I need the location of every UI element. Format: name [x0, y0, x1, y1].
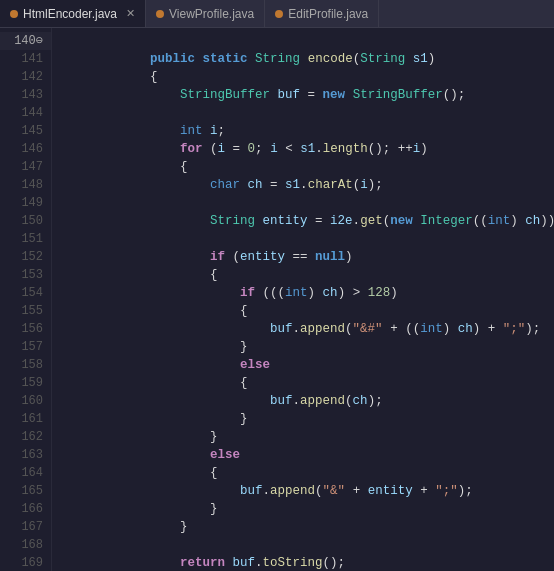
- line-num-153: 153: [0, 266, 51, 284]
- line-numbers: 140⊖ 141 142 143 144 145 146 147 148 149…: [0, 28, 52, 571]
- line-num-159: 159: [0, 374, 51, 392]
- code-area[interactable]: public static String encode(String s1) {…: [52, 28, 554, 571]
- line-num-156: 156: [0, 320, 51, 338]
- line-num-162: 162: [0, 428, 51, 446]
- line-num-145: 145: [0, 122, 51, 140]
- code-line-144: int i;: [60, 104, 554, 122]
- line-num-163: 163: [0, 446, 51, 464]
- line-num-146: 146: [0, 140, 51, 158]
- line-num-151: 151: [0, 230, 51, 248]
- line-num-165: 165: [0, 482, 51, 500]
- line-num-169: 169: [0, 554, 51, 571]
- line-num-147: 147: [0, 158, 51, 176]
- editor-body: 140⊖ 141 142 143 144 145 146 147 148 149…: [0, 28, 554, 571]
- tab-label-htmlencoder: HtmlEncoder.java: [23, 7, 117, 21]
- tab-icon-htmlencoder: [10, 10, 18, 18]
- line-num-160: 160: [0, 392, 51, 410]
- code-line-140: public static String encode(String s1): [60, 32, 554, 50]
- line-num-144: 144: [0, 104, 51, 122]
- line-num-161: 161: [0, 410, 51, 428]
- line-num-166: 166: [0, 500, 51, 518]
- tab-bar: HtmlEncoder.java ✕ ViewProfile.java Edit…: [0, 0, 554, 28]
- line-num-149: 149: [0, 194, 51, 212]
- code-line-168: return buf.toString();: [60, 536, 554, 554]
- line-num-152: 152: [0, 248, 51, 266]
- line-num-157: 157: [0, 338, 51, 356]
- line-num-154: 154: [0, 284, 51, 302]
- tab-label-viewprofile: ViewProfile.java: [169, 7, 254, 21]
- editor-container: HtmlEncoder.java ✕ ViewProfile.java Edit…: [0, 0, 554, 571]
- tab-viewprofile[interactable]: ViewProfile.java: [146, 0, 265, 27]
- line-num-141: 141: [0, 50, 51, 68]
- line-num-143: 143: [0, 86, 51, 104]
- tab-editprofile[interactable]: EditProfile.java: [265, 0, 379, 27]
- line-num-158: 158: [0, 356, 51, 374]
- tab-close-htmlencoder[interactable]: ✕: [126, 7, 135, 20]
- line-num-142: 142: [0, 68, 51, 86]
- line-num-155: 155: [0, 302, 51, 320]
- line-num-148: 148: [0, 176, 51, 194]
- line-num-140: 140⊖: [0, 32, 51, 50]
- tab-htmlencoder[interactable]: HtmlEncoder.java ✕: [0, 0, 146, 27]
- line-num-164: 164: [0, 464, 51, 482]
- tab-icon-viewprofile: [156, 10, 164, 18]
- code-line-151: if (entity == null): [60, 230, 554, 248]
- line-num-150: 150: [0, 212, 51, 230]
- tab-label-editprofile: EditProfile.java: [288, 7, 368, 21]
- tab-icon-editprofile: [275, 10, 283, 18]
- line-num-168: 168: [0, 536, 51, 554]
- line-num-167: 167: [0, 518, 51, 536]
- code-line-149: String entity = i2e.get(new Integer((int…: [60, 194, 554, 212]
